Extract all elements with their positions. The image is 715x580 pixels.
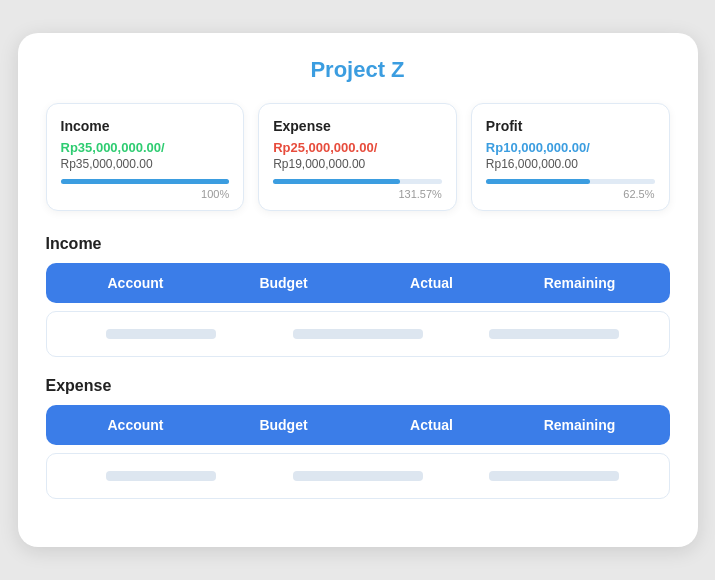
- summary-cards: Income Rp35,000,000.00/ Rp35,000,000.00 …: [46, 103, 670, 211]
- expense-progress-bg: [273, 179, 442, 184]
- income-table-row: [46, 311, 670, 357]
- profit-progress-bg: [486, 179, 655, 184]
- expense-header-actual: Actual: [358, 417, 506, 433]
- income-header-account: Account: [62, 275, 210, 291]
- card-container: Project Z Income Rp35,000,000.00/ Rp35,0…: [18, 33, 698, 547]
- expense-skeleton-2: [293, 471, 423, 481]
- summary-card-income: Income Rp35,000,000.00/ Rp35,000,000.00 …: [46, 103, 245, 211]
- expense-header-remaining: Remaining: [506, 417, 654, 433]
- expense-row-cell-1: [63, 471, 260, 481]
- income-skeleton-1: [106, 329, 216, 339]
- income-progress-fill: [61, 179, 230, 184]
- expense-section-label: Expense: [46, 377, 670, 395]
- income-card-title: Income: [61, 118, 230, 134]
- expense-section: Expense Account Budget Actual Remaining: [46, 377, 670, 499]
- expense-percent: 131.57%: [273, 188, 442, 200]
- summary-card-profit: Profit Rp10,000,000.00/ Rp16,000,000.00 …: [471, 103, 670, 211]
- income-row-cell-2: [259, 329, 456, 339]
- income-progress-bg: [61, 179, 230, 184]
- income-skeleton-2: [293, 329, 423, 339]
- expense-table-header: Account Budget Actual Remaining: [46, 405, 670, 445]
- profit-percent: 62.5%: [486, 188, 655, 200]
- income-card-amount-sub: Rp35,000,000.00: [61, 157, 230, 171]
- expense-progress-fill: [273, 179, 400, 184]
- expense-card-title: Expense: [273, 118, 442, 134]
- profit-card-amount-sub: Rp16,000,000.00: [486, 157, 655, 171]
- income-skeleton-3: [489, 329, 619, 339]
- expense-row-cell-2: [259, 471, 456, 481]
- profit-progress-fill: [486, 179, 591, 184]
- main-container: Project Z Income Rp35,000,000.00/ Rp35,0…: [0, 0, 715, 580]
- income-percent: 100%: [61, 188, 230, 200]
- summary-card-expense: Expense Rp25,000,000.00/ Rp19,000,000.00…: [258, 103, 457, 211]
- expense-row-cell-3: [456, 471, 653, 481]
- expense-header-account: Account: [62, 417, 210, 433]
- expense-table-row: [46, 453, 670, 499]
- income-header-remaining: Remaining: [506, 275, 654, 291]
- profit-card-amount-main: Rp10,000,000.00/: [486, 140, 655, 155]
- expense-card-amount-sub: Rp19,000,000.00: [273, 157, 442, 171]
- profit-card-title: Profit: [486, 118, 655, 134]
- expense-skeleton-3: [489, 471, 619, 481]
- income-header-actual: Actual: [358, 275, 506, 291]
- income-header-budget: Budget: [210, 275, 358, 291]
- income-row-cell-1: [63, 329, 260, 339]
- income-section: Income Account Budget Actual Remaining: [46, 235, 670, 357]
- income-card-amount-main: Rp35,000,000.00/: [61, 140, 230, 155]
- income-section-label: Income: [46, 235, 670, 253]
- income-row-cell-3: [456, 329, 653, 339]
- income-table-header: Account Budget Actual Remaining: [46, 263, 670, 303]
- page-title: Project Z: [46, 57, 670, 83]
- expense-header-budget: Budget: [210, 417, 358, 433]
- expense-card-amount-main: Rp25,000,000.00/: [273, 140, 442, 155]
- expense-skeleton-1: [106, 471, 216, 481]
